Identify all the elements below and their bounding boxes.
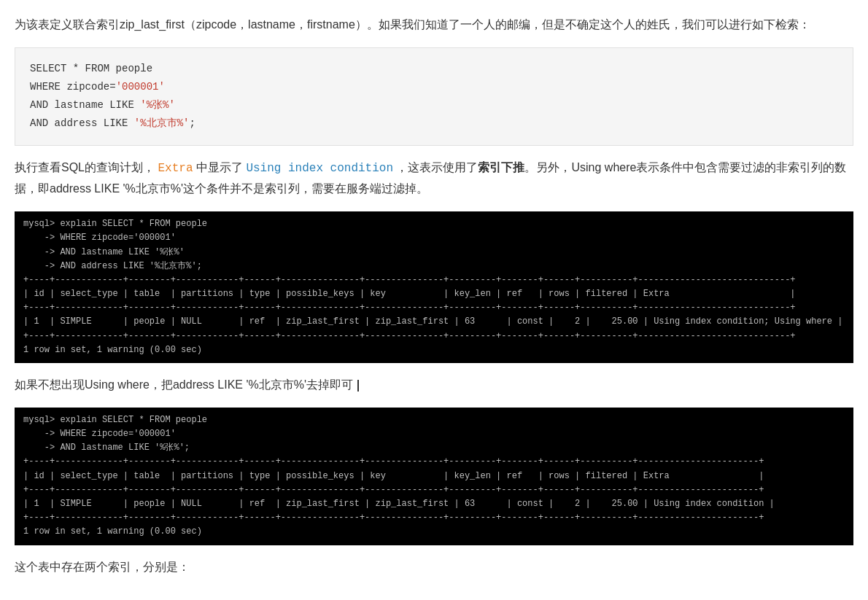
terminal2-divider2: +----+-------------+--------+-----------…	[23, 485, 764, 495]
sql-keyword-select: SELECT * FROM people	[30, 63, 152, 74]
sql-string-address: '%北京市%'	[134, 117, 190, 129]
terminal2-header: | id | select_type | table | partitions …	[23, 471, 764, 481]
terminal1-divider1: +----+-------------+--------+-----------…	[23, 275, 796, 285]
terminal1-line3: -> AND lastname LIKE '%张%'	[23, 247, 185, 257]
text-cursor	[357, 380, 359, 391]
terminal1-header: | id | select_type | table | partitions …	[23, 289, 796, 299]
terminal-block-1: mysql> explain SELECT * FROM people -> W…	[15, 211, 853, 363]
terminal1-footer: 1 row in set, 1 warning (0.00 sec)	[23, 345, 202, 355]
middle-text-prefix: 执行查看SQL的查询计划，	[15, 161, 155, 174]
terminal2-divider1: +----+-------------+--------+-----------…	[23, 456, 764, 467]
intro-text: 为该表定义联合索引zip_last_first（zipcode，lastname…	[15, 18, 810, 31]
sql-keyword-where: WHERE zipcode=	[30, 81, 116, 93]
terminal2-line3: -> AND lastname LIKE '%张%';	[23, 443, 190, 453]
index-pushdown-bold: 索引下推	[478, 161, 524, 174]
sql-semicolon: ;	[189, 117, 195, 129]
terminal2-footer: 1 row in set, 1 warning (0.00 sec)	[23, 526, 202, 537]
code-line-3: AND lastname LIKE '%张%'	[30, 96, 838, 114]
terminal1-divider2: +----+-------------+--------+-----------…	[23, 303, 796, 313]
sql-string-lastname: '%张%'	[140, 99, 175, 111]
sql-keyword-and-lastname: AND lastname LIKE	[30, 99, 140, 111]
terminal1-line2: -> WHERE zipcode='000001'	[23, 233, 176, 243]
terminal1-line4: -> AND address LIKE '%北京市%';	[23, 261, 202, 271]
bottom-text: 这个表中存在两个索引，分别是：	[15, 561, 190, 573]
sql-code-block-1: SELECT * FROM people WHERE zipcode='0000…	[15, 47, 853, 146]
terminal1-data-row: | 1 | SIMPLE | people | NULL | ref | zip…	[23, 316, 842, 327]
middle-text-after: ，这表示使用了	[396, 161, 478, 174]
terminal2-data-row: | 1 | SIMPLE | people | NULL | ref | zip…	[23, 499, 775, 509]
using-index-condition-highlight: Using index condition	[246, 162, 393, 175]
terminal2-divider3: +----+-------------+--------+-----------…	[23, 513, 764, 523]
extra-highlight: Extra	[158, 162, 193, 175]
code-line-1: SELECT * FROM people	[30, 60, 838, 78]
code-line-2: WHERE zipcode='000001'	[30, 78, 838, 96]
terminal1-divider3: +----+-------------+--------+-----------…	[23, 331, 796, 341]
terminal2-line2: -> WHERE zipcode='000001'	[23, 429, 176, 439]
sql-keyword-and-address: AND address LIKE	[30, 117, 134, 129]
code-line-4: AND address LIKE '%北京市%';	[30, 114, 838, 133]
intro-paragraph: 为该表定义联合索引zip_last_first（zipcode，lastname…	[15, 15, 853, 36]
terminal1-line1: mysql> explain SELECT * FROM people	[23, 219, 207, 229]
bottom-paragraph: 这个表中存在两个索引，分别是：	[15, 557, 853, 578]
terminal2-line1: mysql> explain SELECT * FROM people	[23, 415, 207, 425]
middle-paragraph-2: 如果不想出现Using where，把address LIKE '%北京市%'去…	[15, 375, 853, 396]
middle2-text: 如果不想出现Using where，把address LIKE '%北京市%'去…	[15, 378, 353, 391]
terminal-block-2: mysql> explain SELECT * FROM people -> W…	[15, 408, 853, 545]
middle-text-mid: 中显示了	[196, 161, 243, 174]
sql-string-zipcode: '000001'	[116, 81, 165, 93]
middle-paragraph: 执行查看SQL的查询计划， Extra 中显示了 Using index con…	[15, 157, 853, 200]
